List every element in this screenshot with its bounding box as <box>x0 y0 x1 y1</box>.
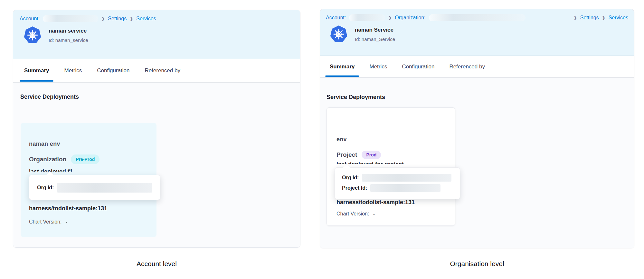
scope-label: Project <box>336 151 357 158</box>
chevron-right-icon: ❯ <box>602 15 605 20</box>
service-identity: naman Service Id: naman_Service <box>326 25 628 43</box>
tooltip-caret-icon <box>46 171 54 179</box>
artifact-name: harness/todolist-sample:131 <box>29 205 107 212</box>
service-header-band: Account: ❯ Organization: ❯ Settings ❯ Se… <box>320 9 634 56</box>
occluded-text-line: last deployed for project <box>336 161 420 164</box>
service-title-block: naman Service Id: naman_Service <box>355 27 395 42</box>
breadcrumb-account-link[interactable]: Account: <box>20 16 40 22</box>
account-name-redacted-chip <box>349 14 385 21</box>
breadcrumb-organization-link[interactable]: Organization: <box>395 15 425 21</box>
kubernetes-icon <box>330 25 348 43</box>
service-title: naman service <box>49 28 88 34</box>
tab-metrics[interactable]: Metrics <box>64 59 82 82</box>
tab-summary[interactable]: Summary <box>330 56 355 77</box>
chart-version-label: Chart Version: <box>29 219 62 224</box>
tooltip-row-org: Org Id: <box>37 183 154 193</box>
org-id-tooltip: Org Id: <box>29 175 160 200</box>
caption-account-level: Account level <box>13 260 300 268</box>
service-header-band: Account: ❯ Settings ❯ Services <box>13 10 300 59</box>
chevron-right-icon: ❯ <box>130 16 133 21</box>
tab-summary[interactable]: Summary <box>24 59 49 82</box>
active-tab-underline <box>20 80 53 82</box>
tooltip-row-project: Project Id: <box>342 184 454 192</box>
chart-version-line: Chart Version: - <box>336 211 375 217</box>
scope-row: Project Prod <box>336 151 381 159</box>
tab-configuration[interactable]: Configuration <box>402 56 434 77</box>
service-tabs: Summary Metrics Configuration Referenced… <box>320 56 634 78</box>
deployment-card: env Project Prod last deployed for proje… <box>327 107 455 226</box>
env-type-badge: Pre-Prod <box>71 154 99 164</box>
env-type-badge: Prod <box>362 151 381 159</box>
breadcrumb-account-link[interactable]: Account: <box>326 15 346 21</box>
deployment-card: naman env Organization Pre-Prod last dep… <box>21 123 156 237</box>
summary-content: Service Deployments env Project Prod las… <box>320 78 634 248</box>
breadcrumb-settings-link[interactable]: Settings <box>108 16 127 22</box>
account-name-redacted-chip <box>43 15 98 22</box>
tab-referenced-by[interactable]: Referenced by <box>145 59 180 82</box>
tab-summary-label: Summary <box>330 64 355 70</box>
tab-referenced-by-label: Referenced by <box>449 64 485 70</box>
chart-version-label: Chart Version: <box>336 211 369 216</box>
tab-metrics[interactable]: Metrics <box>369 56 387 77</box>
account-level-panel: Account: ❯ Settings ❯ Services <box>13 10 300 248</box>
tab-referenced-by-label: Referenced by <box>145 67 180 74</box>
tab-referenced-by[interactable]: Referenced by <box>449 56 485 77</box>
kubernetes-icon <box>24 26 42 44</box>
project-id-redacted-bar <box>370 184 440 192</box>
summary-content: Service Deployments naman env Organizati… <box>13 83 300 247</box>
organisation-level-panel: Account: ❯ Organization: ❯ Settings ❯ Se… <box>320 9 634 248</box>
scope-label: Organization <box>29 156 66 163</box>
service-title: naman Service <box>355 27 395 33</box>
breadcrumb: Account: ❯ Organization: ❯ Settings ❯ Se… <box>326 14 628 21</box>
section-title-service-deployments: Service Deployments <box>327 94 385 101</box>
chevron-right-icon: ❯ <box>388 15 392 20</box>
service-id: Id: naman_service <box>49 37 88 43</box>
tab-metrics-label: Metrics <box>64 67 82 74</box>
artifact-name: harness/todolist-sample:131 <box>336 199 415 206</box>
chart-version-line: Chart Version: - <box>29 219 67 225</box>
scope-row: Organization Pre-Prod <box>29 154 99 164</box>
occluded-text-line: last deployed f1 <box>29 169 103 172</box>
org-id-redacted-bar <box>362 174 451 182</box>
breadcrumb: Account: ❯ Settings ❯ Services <box>20 15 294 22</box>
service-title-block: naman service Id: naman_service <box>49 28 88 43</box>
caption-organisation-level: Organisation level <box>320 260 634 268</box>
tab-summary-label: Summary <box>24 67 49 74</box>
chart-version-value: - <box>66 219 67 224</box>
organization-name-redacted-chip <box>429 14 526 21</box>
tab-configuration-label: Configuration <box>97 67 129 74</box>
chevron-right-icon: ❯ <box>101 16 105 21</box>
org-project-id-tooltip: Org Id: Project Id: <box>335 167 460 199</box>
tab-configuration[interactable]: Configuration <box>97 59 129 82</box>
active-tab-underline <box>325 75 359 77</box>
breadcrumb-services-link[interactable]: Services <box>609 15 628 21</box>
tab-configuration-label: Configuration <box>402 64 434 70</box>
environment-name: naman env <box>29 141 60 147</box>
environment-name: env <box>336 136 347 143</box>
section-title-service-deployments: Service Deployments <box>20 94 79 100</box>
service-tabs: Summary Metrics Configuration Referenced… <box>13 59 300 83</box>
chart-version-value: - <box>373 211 375 216</box>
tooltip-row-org: Org Id: <box>342 174 454 182</box>
breadcrumb-trailing-links: ❯ Settings ❯ Services <box>574 15 628 21</box>
org-id-label: Org Id: <box>37 185 54 191</box>
tab-metrics-label: Metrics <box>369 64 387 70</box>
chevron-right-icon: ❯ <box>574 15 577 20</box>
project-id-label: Project Id: <box>342 185 367 191</box>
breadcrumb-services-link[interactable]: Services <box>136 16 156 22</box>
service-id: Id: naman_Service <box>355 36 395 42</box>
org-id-label: Org Id: <box>342 175 359 181</box>
breadcrumb-settings-link[interactable]: Settings <box>580 15 599 21</box>
service-identity: naman service Id: naman_service <box>20 26 294 44</box>
org-id-redacted-bar <box>57 183 152 193</box>
tooltip-caret-icon <box>343 164 350 171</box>
